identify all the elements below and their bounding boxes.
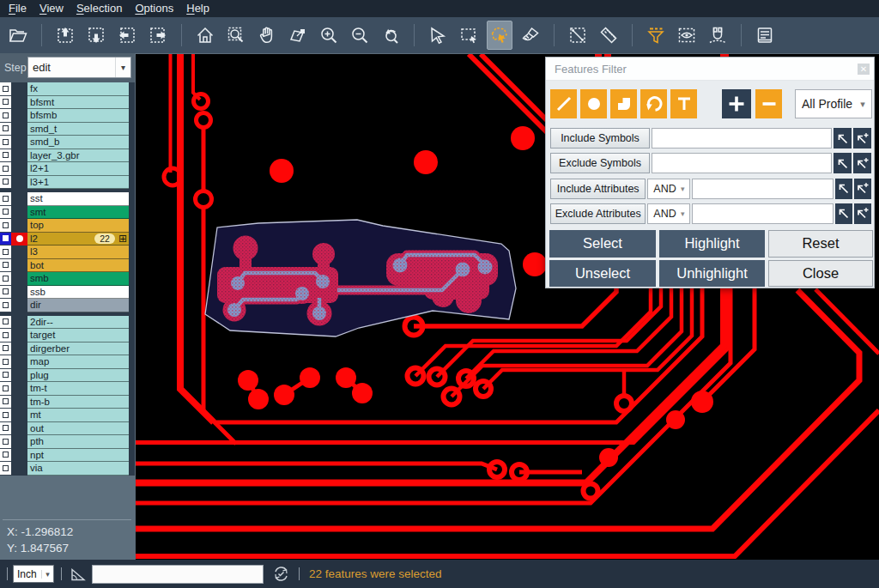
layer-row-smd_t[interactable]: smd_t [0,123,135,136]
layer-checkbox[interactable] [0,369,11,383]
filter-text-button[interactable] [670,89,697,118]
layer-row-smt[interactable]: smt [0,206,135,220]
layer-checkbox[interactable] [0,219,11,233]
pick-add-symbol-button[interactable] [853,153,871,173]
unhighlight-button[interactable]: Unhighlight [659,260,765,288]
dialog-title-bar[interactable]: Features Filter ✕ [546,58,874,81]
send-right-button[interactable] [145,21,171,50]
snap-magnet-button[interactable] [705,21,730,50]
pick-add-symbol-button[interactable] [853,128,871,149]
layer-checkbox[interactable] [0,382,11,396]
move-polygon-button[interactable] [285,21,311,50]
layer-row-top[interactable]: top [0,219,135,233]
layer-row-sst[interactable]: sst [0,192,135,206]
layer-row-l3[interactable]: l3 [0,246,135,259]
include-attributes-button[interactable]: Include Attributes [550,179,646,199]
pick-symbol-button[interactable] [834,128,852,149]
layer-checkbox[interactable] [0,299,11,312]
filter-surface-button[interactable] [610,89,637,118]
layer-row-mt[interactable]: mt [0,409,135,422]
layer-row-l2+1[interactable]: l2+1 [0,162,135,176]
unit-select[interactable]: Inch ▾ [13,565,54,583]
include-attributes-operator-select[interactable]: AND ▾ [647,179,689,199]
view-box-button[interactable] [674,21,700,50]
layer-checkbox[interactable] [0,355,11,369]
pick-symbol-button[interactable] [834,153,852,173]
filter-line-button[interactable] [550,89,577,118]
feature-info-button[interactable] [752,21,778,50]
exclude-symbols-button[interactable]: Exclude Symbols [550,153,650,173]
highlight-button[interactable]: Highlight [659,230,765,258]
layer-row-npt[interactable]: npt [0,449,135,463]
pick-attribute-button[interactable] [835,179,852,199]
layer-checkbox[interactable] [0,286,11,300]
layer-checkbox[interactable] [0,162,11,176]
send-down-button[interactable] [83,21,109,50]
select-cursor-button[interactable] [425,21,451,50]
pick-add-attribute-button[interactable] [854,179,871,199]
layer-row-layer_3.gbr[interactable]: layer_3.gbr [0,149,135,163]
send-up-button[interactable] [52,21,78,50]
layer-row-bfsmb[interactable]: bfsmb [0,109,135,123]
layer-checkbox[interactable] [0,206,11,220]
layer-row-target[interactable]: target [0,329,135,342]
pick-add-attribute-button[interactable] [854,203,871,224]
include-attributes-input[interactable] [692,179,834,199]
layer-checkbox[interactable] [0,272,11,286]
layer-checkbox[interactable] [0,149,11,163]
menu-help[interactable]: Help [186,0,209,17]
menu-view[interactable]: View [39,0,64,17]
layer-checkbox[interactable] [0,233,11,246]
layer-row-dir[interactable]: dir [0,299,135,312]
filter-add-button[interactable] [722,89,751,118]
layer-row-tm-t[interactable]: tm-t [0,382,135,396]
features-filter-button[interactable] [643,21,669,50]
layer-checkbox[interactable] [0,176,11,190]
step-select[interactable]: edit ▾ [27,57,131,78]
pan-hand-button[interactable] [254,21,280,50]
layer-row-2dir--[interactable]: 2dir-- [0,316,135,330]
layer-row-dirgerber[interactable]: dirgerber [0,342,135,356]
sync-check-icon[interactable] [272,565,290,583]
layer-row-tm-b[interactable]: tm-b [0,396,135,409]
clean-brush-button[interactable] [518,21,543,50]
layer-row-smb[interactable]: smb [0,272,135,286]
exclude-symbols-input[interactable] [652,153,832,173]
dialog-close-button[interactable]: ✕ [858,64,870,75]
layer-row-out[interactable]: out [0,422,135,436]
layer-checkbox[interactable] [0,435,11,449]
layer-checkbox[interactable] [0,396,11,409]
zoom-area-button[interactable] [223,21,249,50]
angle-measure-icon[interactable] [70,566,87,583]
ruler-button[interactable] [596,21,621,50]
menu-options[interactable]: Options [135,0,173,17]
send-left-button[interactable] [114,21,140,50]
measure-distance-button[interactable] [565,21,591,50]
layer-row-bfsmt[interactable]: bfsmt [0,96,135,110]
layer-checkbox[interactable] [0,329,11,342]
layer-checkbox[interactable] [0,259,11,273]
filter-pad-button[interactable] [580,89,607,118]
layer-checkbox[interactable] [0,422,11,436]
layer-checkbox[interactable] [0,123,11,136]
layer-row-smd_b[interactable]: smd_b [0,136,135,149]
layer-checkbox[interactable] [0,246,11,259]
layer-checkbox[interactable] [0,109,11,123]
layer-row-plug[interactable]: plug [0,369,135,383]
reset-button[interactable]: Reset [768,230,873,258]
include-symbols-button[interactable]: Include Symbols [550,128,650,149]
zoom-previous-button[interactable] [378,21,403,50]
select-rectangle-button[interactable] [456,21,482,50]
exclude-attributes-button[interactable]: Exclude Attributes [550,203,646,224]
exclude-attributes-operator-select[interactable]: AND ▾ [647,203,689,224]
home-view-button[interactable] [192,21,218,50]
layer-row-l2[interactable]: l222⊞ [0,233,135,246]
menu-selection[interactable]: Selection [76,0,122,17]
layer-row-pth[interactable]: pth [0,435,135,449]
layer-row-l3+1[interactable]: l3+1 [0,176,135,190]
command-input[interactable] [92,565,264,584]
select-polygon-button[interactable] [487,21,512,50]
close-button[interactable]: Close [768,260,873,288]
menu-file[interactable]: File [9,0,27,17]
layer-row-map[interactable]: map [0,355,135,369]
